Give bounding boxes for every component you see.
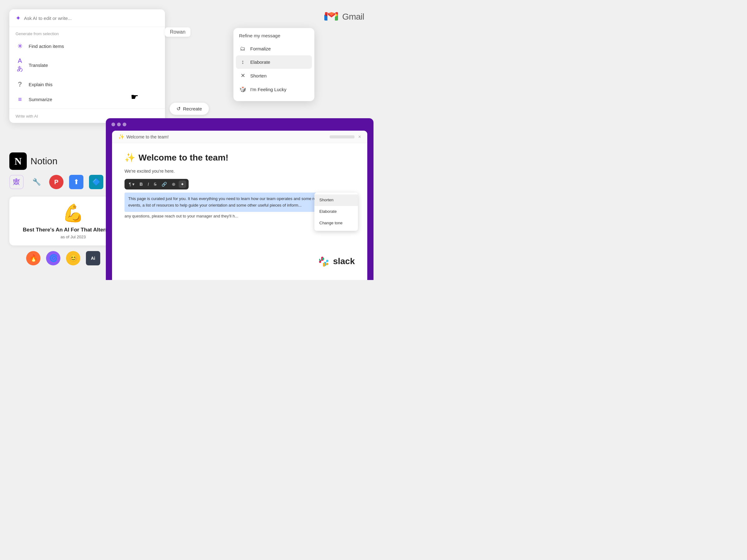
app-icon-ai[interactable]: Ai (86, 251, 100, 265)
slack-logo: slack (317, 255, 355, 268)
ai-text-dropdown: Shorten Elaborate Change tone (314, 193, 358, 231)
notion-n-icon: N (9, 153, 27, 170)
recreate-icon: ↺ (177, 106, 181, 112)
app-icon-emoji[interactable]: 😊 (66, 251, 80, 265)
app-icon-gem[interactable]: 🔷 (89, 175, 103, 189)
explain-icon: ? (16, 80, 24, 88)
app-icon-network[interactable]: 🕸 (9, 175, 24, 189)
translate-icon: Aあ (16, 57, 24, 73)
dot-1 (111, 123, 115, 126)
recreate-label: Recreate (183, 106, 202, 111)
ai-summarize-item[interactable]: ≡ Summarize (9, 92, 165, 107)
window-traffic-lights (106, 118, 374, 131)
slack-label: slack (333, 256, 355, 266)
refine-panel: Refine my message 🗂 Formalize ↕ Elaborat… (233, 28, 314, 101)
formalize-label: Formalize (250, 46, 271, 51)
shorten-label: Shorten (250, 73, 267, 78)
gmail-icon (324, 9, 339, 24)
title-spark-icon: ✨ (125, 153, 135, 163)
fmt-paragraph[interactable]: ¶ ▾ (127, 181, 136, 188)
formalize-icon: 🗂 (239, 46, 247, 52)
notion-label: Notion (30, 156, 58, 166)
app-icon-fire[interactable]: 🔥 (26, 251, 41, 265)
refine-feeling-lucky[interactable]: 🎲 I'm Feeling Lucky (233, 82, 314, 96)
app-icon-upload[interactable]: ⬆ (69, 175, 83, 189)
feeling-lucky-icon: 🎲 (239, 86, 247, 93)
shorten-icon: ✕ (239, 72, 247, 79)
summarize-icon: ≡ (16, 96, 24, 103)
refine-elaborate[interactable]: ↕ Elaborate (236, 55, 312, 69)
ai-find-action-item[interactable]: ✳ Find action items (9, 38, 165, 54)
elaborate-icon: ↕ (239, 59, 247, 65)
feeling-lucky-label: I'm Feeling Lucky (250, 87, 286, 92)
fmt-italic[interactable]: I (146, 181, 151, 188)
refine-shorten[interactable]: ✕ Shorten (233, 69, 314, 82)
fmt-add[interactable]: ⊕ (170, 181, 177, 188)
dot-2 (117, 123, 121, 126)
refine-formalize[interactable]: 🗂 Formalize (233, 42, 314, 55)
elaborate-label: Elaborate (250, 59, 270, 65)
app-icon-tools[interactable]: 🔧 (29, 175, 44, 189)
selected-text-content: This page is curated just for you. It ha… (128, 196, 340, 208)
app-icon-swirl[interactable]: 🌀 (46, 251, 60, 265)
page-title-text: Welcome to the team! (138, 153, 229, 163)
gmail-badge: Gmail (324, 9, 364, 24)
ai-section-divider (9, 109, 165, 109)
fmt-link[interactable]: 🔗 (160, 181, 169, 188)
gmail-label: Gmail (342, 12, 364, 22)
dd-shorten[interactable]: Shorten (314, 194, 358, 206)
fmt-bold[interactable]: B (137, 181, 145, 188)
tab-right-element (330, 135, 355, 138)
notion-content: ✨ Welcome to the team! We're excited you… (112, 143, 367, 229)
fmt-strikethrough[interactable]: S̶ (152, 181, 158, 188)
format-toolbar: ¶ ▾ B I S̶ 🔗 ⊕ ✦ (125, 179, 189, 189)
ai-search-bar: ✦ (9, 9, 165, 27)
app-icon-parking[interactable]: P (49, 175, 63, 189)
recreate-button[interactable]: ↺ Recreate (170, 103, 209, 115)
ai-spark-icon: ✦ (16, 14, 21, 22)
notion-page-title: ✨ Welcome to the team! (125, 153, 355, 163)
ai-translate-item[interactable]: Aあ Translate (9, 54, 165, 77)
refine-title: Refine my message (233, 33, 314, 42)
dot-3 (123, 123, 126, 126)
summarize-label: Summarize (29, 97, 52, 102)
ai-explain-item[interactable]: ? Explain this (9, 77, 165, 92)
slack-icon (317, 255, 330, 268)
dd-change-tone[interactable]: Change tone (314, 217, 358, 229)
ai-search-input[interactable] (24, 16, 159, 21)
selected-text-container: This page is curated just for you. It ha… (125, 193, 355, 219)
fmt-ai-spark[interactable]: ✦ (179, 181, 186, 188)
translate-label: Translate (29, 62, 48, 68)
find-action-icon: ✳ (16, 42, 24, 50)
notion-subtitle: We're excited you're here. (125, 168, 355, 175)
explain-label: Explain this (29, 82, 53, 87)
generate-section-label: Generate from selection (9, 27, 165, 38)
selected-text[interactable]: This page is curated just for you. It ha… (125, 193, 355, 212)
notion-window-inner: ✨ Welcome to the team! × ✨ Welcome to th… (112, 131, 367, 280)
notion-title-bar: ✨ Welcome to the team! × (112, 131, 367, 143)
notion-tab-title: Welcome to the team! (126, 134, 330, 139)
tab-close-button[interactable]: × (358, 134, 361, 140)
find-action-label: Find action items (29, 44, 64, 49)
notion-window: ✨ Welcome to the team! × ✨ Welcome to th… (106, 118, 374, 280)
dd-elaborate[interactable]: Elaborate (314, 206, 358, 217)
tab-spark-icon: ✨ (118, 134, 125, 140)
gmail-sender: Rowan (165, 27, 190, 37)
ai-panel: ✦ Generate from selection ✳ Find action … (9, 9, 165, 123)
